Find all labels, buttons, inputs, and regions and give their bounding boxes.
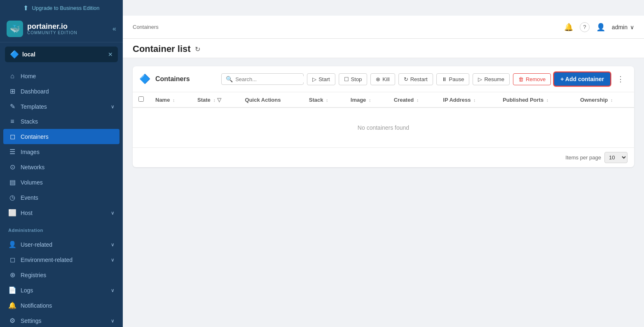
nav-section-main: ⌂ Home ⊞ Dashboard ✎ Templates ∨ ≡ Stack… [0,66,123,223]
dashboard-icon: ⊞ [8,87,16,95]
chevron-down-icon: ∨ [111,104,115,110]
resume-label: Resume [484,76,504,82]
search-box[interactable]: 🔍 ✕ [221,73,304,85]
help-icon[interactable]: ? [580,22,590,32]
upgrade-bar[interactable]: ⬆ Upgrade to Business Edition [0,0,123,16]
sidebar-item-host[interactable]: ⬜ Host ∨ [0,205,123,220]
sidebar-item-logs[interactable]: 📄 Logs ∨ [0,283,123,298]
sidebar-item-settings[interactable]: ⚙ Settings ∨ [0,313,123,327]
filter-icon[interactable]: ▽ [217,97,221,103]
admin-chevron-icon: ∨ [630,24,634,30]
home-icon: ⌂ [8,72,16,80]
image-column-header[interactable]: Image ↕ [345,92,388,107]
logo-sub: COMMUNITY EDITION [27,30,77,35]
start-label: Start [318,76,330,82]
resume-button[interactable]: ▷ Resume [473,73,509,85]
search-icon: 🔍 [226,76,233,82]
restart-button[interactable]: ↻ Restart [398,73,433,85]
restart-icon: ↻ [404,76,408,82]
remove-button[interactable]: 🗑 Remove [513,73,551,85]
environment-name: local [22,51,35,58]
stacks-icon: ≡ [8,118,16,125]
more-options-button[interactable]: ⋮ [614,72,628,86]
sidebar-item-label: Logs [21,287,107,294]
published-ports-column-header[interactable]: Published Ports ↕ [497,92,574,107]
page-header: Container list ↻ [123,39,644,58]
stack-column-header[interactable]: Stack ↕ [303,92,345,107]
sidebar-item-home[interactable]: ⌂ Home [0,69,123,84]
page-title: Container list [133,44,191,54]
ip-address-column-header[interactable]: IP Address ↕ [437,92,497,107]
select-all-checkbox[interactable] [138,96,144,102]
notifications-bell-icon[interactable]: 🔔 [564,23,573,32]
sidebar-item-notifications[interactable]: 🔔 Notifications [0,298,123,313]
stop-button[interactable]: ☐ Stop [339,73,368,85]
environment-selector[interactable]: 🔷 local ✕ [5,47,118,62]
sidebar-collapse-button[interactable]: « [112,25,116,33]
sidebar-item-label: Images [21,149,115,155]
sidebar-item-label: Networks [21,164,115,171]
items-per-page-select[interactable]: 10 25 50 100 [604,152,628,163]
name-column-header[interactable]: Name ↕ [150,92,192,107]
sidebar-item-stacks[interactable]: ≡ Stacks [0,114,123,129]
main-content: Containers 🔔 ? 👤 admin ∨ Container list … [123,16,644,327]
state-column-header[interactable]: State ↕ ▽ [192,92,239,107]
nav-section-admin: 👤 User-related ∨ ◻ Environment-related ∨… [0,234,123,327]
sort-icon: ↕ [473,98,476,103]
sort-icon: ↕ [326,98,328,103]
sidebar-item-label: Containers [21,133,115,140]
containers-table: Name ↕ State ↕ ▽ Quick Actions Stack ↕ [133,92,634,147]
user-avatar-icon[interactable]: 👤 [596,23,605,32]
add-container-button[interactable]: + Add container [554,72,610,86]
sidebar-item-label: Notifications [21,302,115,309]
sidebar-item-user-related[interactable]: 👤 User-related ∨ [0,237,123,252]
panel-header: 🔷 Containers 🔍 ✕ ▷ Start ☐ [133,66,634,92]
sidebar-item-label: User-related [21,241,107,248]
sidebar-item-environment-related[interactable]: ◻ Environment-related ∨ [0,252,123,267]
sidebar-logo-section: 🐳 portainer.io COMMUNITY EDITION « [0,16,123,42]
quick-actions-column-header: Quick Actions [239,92,303,107]
sidebar-item-volumes[interactable]: ▤ Volumes [0,175,123,190]
sort-icon: ↕ [369,98,371,103]
start-button[interactable]: ▷ Start [307,73,335,85]
sort-icon: ↕ [611,98,613,103]
kill-icon: ⊗ [376,76,380,82]
sidebar: 🐳 portainer.io COMMUNITY EDITION « 🔷 loc… [0,16,123,327]
search-input[interactable] [235,76,304,82]
sidebar-item-templates[interactable]: ✎ Templates ∨ [0,99,123,114]
sidebar-item-registries[interactable]: ⊛ Registries [0,267,123,283]
toolbar: 🔍 ✕ ▷ Start ☐ Stop ⊗ [221,72,628,86]
created-column-header[interactable]: Created ↕ [388,92,438,107]
environment-close-icon[interactable]: ✕ [108,51,113,58]
notifications-icon: 🔔 [8,301,16,309]
kill-button[interactable]: ⊗ Kill [370,73,395,85]
empty-state-row: No containers found [133,107,634,147]
chevron-down-icon: ∨ [111,287,115,293]
ownership-column-header[interactable]: Ownership ↕ [574,92,634,107]
sort-icon: ↕ [173,98,175,103]
sidebar-item-label: Dashboard [21,88,115,95]
sidebar-item-containers[interactable]: ◻ Containers [3,129,119,144]
resume-icon: ▷ [478,76,482,82]
pause-button[interactable]: ⏸ Pause [436,73,470,85]
remove-icon: 🗑 [518,76,524,82]
sidebar-item-events[interactable]: ◷ Events [0,190,123,205]
admin-dropdown[interactable]: admin ∨ [612,24,634,30]
refresh-icon[interactable]: ↻ [195,45,200,53]
sidebar-item-dashboard[interactable]: ⊞ Dashboard [0,84,123,99]
stop-icon: ☐ [344,76,349,82]
logo-main: portainer.io [27,23,77,31]
add-container-label: + Add container [560,76,604,82]
sidebar-item-images[interactable]: ☰ Images [0,144,123,159]
registries-icon: ⊛ [8,271,16,279]
top-bar: Containers 🔔 ? 👤 admin ∨ [123,16,644,39]
chevron-down-icon: ∨ [111,257,115,263]
templates-icon: ✎ [8,103,16,110]
sidebar-item-networks[interactable]: ⊙ Networks [0,159,123,175]
remove-label: Remove [526,76,546,82]
containers-panel: 🔷 Containers 🔍 ✕ ▷ Start ☐ [133,66,634,167]
host-icon: ⬜ [8,209,16,217]
items-per-page-label: Items per page [565,154,601,161]
volumes-icon: ▤ [8,178,16,186]
sidebar-item-label: Registries [21,272,115,278]
